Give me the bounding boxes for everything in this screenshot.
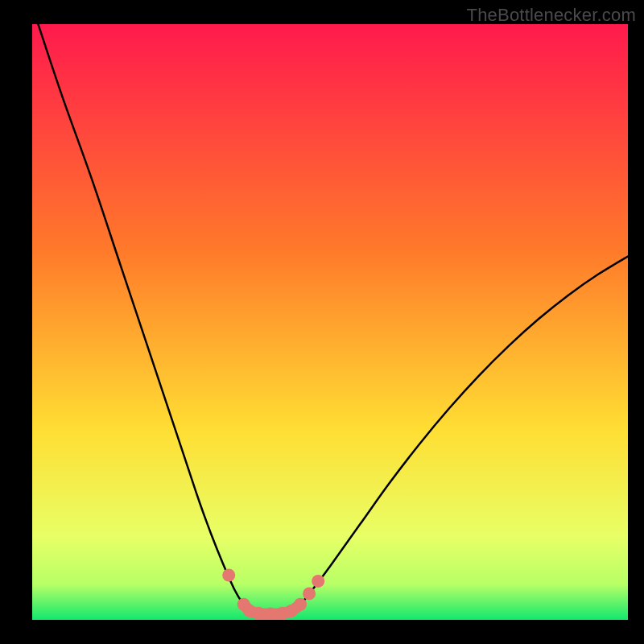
marker-floor-2 — [252, 607, 265, 620]
chart-container — [32, 24, 628, 620]
marker-right-mid — [303, 587, 316, 600]
marker-left-upper — [222, 569, 235, 582]
watermark-text: TheBottlenecker.com — [467, 5, 636, 26]
chart-svg — [32, 24, 628, 620]
marker-right-lower — [294, 598, 307, 611]
gradient-background — [32, 24, 628, 620]
marker-floor-3 — [264, 608, 277, 620]
marker-right-upper — [312, 575, 324, 588]
